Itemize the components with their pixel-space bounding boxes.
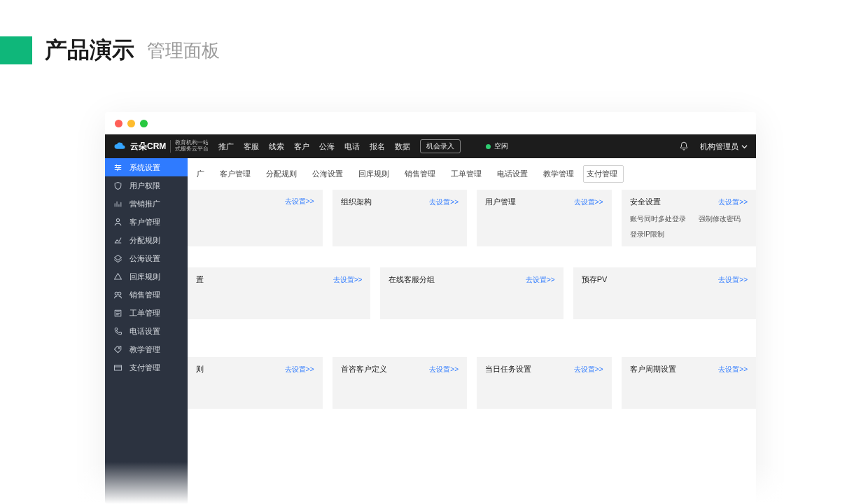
- logo-brand: 云朵CRM: [130, 141, 166, 153]
- sidebar-item-label: 分配规则: [130, 235, 160, 246]
- chart-icon: [113, 200, 122, 209]
- phone-icon: [113, 327, 122, 336]
- settings-card: 安全设置去设置>>账号同时多处登录强制修改密码登录IP限制: [622, 190, 757, 246]
- sub-tab[interactable]: 工单管理: [444, 165, 488, 183]
- go-settings-link[interactable]: 去设置>>: [718, 275, 748, 285]
- tabs-row: 广客户管理分配规则公海设置回库规则销售管理工单管理电话设置教学管理支付管理: [188, 158, 756, 190]
- sidebar-item-label: 销售管理: [130, 290, 160, 300]
- go-settings-link[interactable]: 去设置>>: [285, 197, 314, 206]
- nav-item[interactable]: 数据: [395, 141, 410, 152]
- return-icon: [113, 272, 122, 281]
- cloud-logo-icon: [113, 141, 126, 151]
- sidebar-item-label: 工单管理: [130, 308, 160, 318]
- status-dot-icon: [486, 144, 491, 149]
- main-content: 广客户管理分配规则公海设置回库规则销售管理工单管理电话设置教学管理支付管理 去设…: [188, 158, 756, 504]
- sidebar-item-label: 教学管理: [130, 344, 160, 355]
- user-icon: [113, 218, 122, 227]
- go-settings-link[interactable]: 去设置>>: [718, 197, 748, 207]
- status-label: 空闲: [494, 141, 508, 151]
- logo-area: 云朵CRM 教育机构一站 式服务云平台: [113, 140, 209, 153]
- sub-tab[interactable]: 分配规则: [260, 165, 303, 183]
- settings-card: 则去设置>>: [188, 357, 323, 409]
- nav-item[interactable]: 客服: [244, 141, 259, 152]
- chevron-down-icon: [741, 144, 748, 150]
- go-settings-link[interactable]: 去设置>>: [333, 275, 363, 285]
- sidebar-item-label: 支付管理: [130, 363, 160, 373]
- go-settings-link[interactable]: 去设置>>: [429, 197, 458, 207]
- bell-icon[interactable]: [679, 141, 689, 151]
- sidebar-item-label: 回库规则: [130, 272, 160, 282]
- settings-card: 客户周期设置去设置>>: [622, 357, 757, 409]
- maximize-dot-icon[interactable]: [140, 120, 148, 127]
- settings-card: 当日任务设置去设置>>: [477, 357, 612, 409]
- ticket-icon: [113, 309, 122, 318]
- page-subtitle: 管理面板: [147, 38, 220, 63]
- go-settings-link[interactable]: 去设置>>: [429, 365, 458, 374]
- card-item: 强制修改密码: [699, 214, 741, 224]
- card-title: 首咨客户定义: [341, 364, 387, 374]
- nav-item[interactable]: 线索: [269, 141, 284, 152]
- user-menu[interactable]: 机构管理员: [700, 141, 748, 152]
- go-settings-link[interactable]: 去设置>>: [574, 365, 603, 374]
- cards-container: 去设置>>组织架构去设置>>用户管理去设置>>安全设置去设置>>账号同时多处登录…: [188, 190, 756, 409]
- card-item: 登录IP限制: [630, 230, 664, 239]
- go-settings-link[interactable]: 去设置>>: [526, 275, 555, 285]
- tag-icon: [113, 345, 122, 354]
- sidebar-item[interactable]: 客户管理: [105, 213, 188, 231]
- go-settings-link[interactable]: 去设置>>: [574, 197, 603, 207]
- nav-item[interactable]: 推广: [218, 141, 234, 152]
- sub-tab[interactable]: 客户管理: [214, 165, 257, 183]
- settings-sliders-icon: [113, 163, 122, 172]
- minimize-dot-icon[interactable]: [127, 120, 135, 127]
- nav-item[interactable]: 报名: [370, 141, 385, 152]
- user-name: 机构管理员: [700, 141, 738, 152]
- sidebar-item[interactable]: 系统设置: [105, 158, 188, 176]
- go-settings-link[interactable]: 去设置>>: [718, 365, 748, 374]
- sidebar-item[interactable]: 用户权限: [105, 176, 188, 195]
- accent-block: [0, 36, 32, 64]
- sidebar-item[interactable]: 销售管理: [105, 286, 188, 304]
- sidebar-item-label: 营销推广: [130, 199, 160, 209]
- card-title: 在线客服分组: [388, 274, 435, 285]
- sub-tab[interactable]: 销售管理: [398, 165, 442, 183]
- sub-tab[interactable]: 广: [190, 165, 211, 183]
- sub-tab[interactable]: 回库规则: [352, 165, 396, 183]
- card-title: 置: [196, 274, 204, 285]
- card-title: 安全设置: [630, 197, 661, 207]
- sidebar-item[interactable]: 支付管理: [105, 358, 188, 377]
- sub-tab[interactable]: 教学管理: [537, 165, 580, 183]
- app-body: 系统设置用户权限营销推广客户管理分配规则公海设置回库规则销售管理工单管理电话设置…: [105, 158, 756, 504]
- sidebar-item[interactable]: 营销推广: [105, 195, 188, 213]
- sidebar-item[interactable]: 回库规则: [105, 267, 188, 286]
- card-items: 账号同时多处登录强制修改密码登录IP限制: [630, 214, 748, 239]
- app-header: 云朵CRM 教育机构一站 式服务云平台 推广客服线索客户公海电话报名数据 机会录…: [105, 134, 756, 158]
- nav-item[interactable]: 电话: [344, 141, 360, 152]
- go-settings-link[interactable]: 去设置>>: [285, 365, 314, 374]
- sidebar-item-label: 电话设置: [130, 326, 160, 337]
- sub-tab[interactable]: 电话设置: [491, 165, 534, 183]
- sidebar-item-label: 系统设置: [130, 162, 160, 173]
- sidebar-item[interactable]: 公海设置: [105, 249, 188, 267]
- sidebar-item[interactable]: 电话设置: [105, 322, 188, 340]
- sidebar-item[interactable]: 教学管理: [105, 340, 188, 358]
- nav-item[interactable]: 公海: [319, 141, 335, 152]
- close-dot-icon[interactable]: [115, 120, 122, 127]
- window-titlebar: [105, 112, 756, 134]
- nav-item[interactable]: 客户: [294, 141, 309, 152]
- sales-icon: [113, 290, 122, 300]
- sidebar-item-label: 用户权限: [130, 181, 160, 191]
- cards-row: 置去设置>>在线客服分组去设置>>预存PV去设置>>: [188, 267, 756, 319]
- sub-tab[interactable]: 公海设置: [306, 165, 349, 183]
- sub-tab[interactable]: 支付管理: [583, 165, 624, 183]
- logo-tagline: 教育机构一站 式服务云平台: [170, 140, 209, 153]
- settings-card: 用户管理去设置>>: [477, 190, 612, 246]
- settings-card: 首咨客户定义去设置>>: [332, 357, 468, 409]
- record-entry-button[interactable]: 机会录入: [420, 139, 461, 153]
- card-icon: [113, 363, 122, 372]
- card-title: 预存PV: [582, 274, 608, 285]
- sidebar-item[interactable]: 分配规则: [105, 231, 188, 249]
- card-title: 客户周期设置: [630, 364, 676, 374]
- app-window: 云朵CRM 教育机构一站 式服务云平台 推广客服线索客户公海电话报名数据 机会录…: [105, 112, 756, 504]
- cards-row: 去设置>>组织架构去设置>>用户管理去设置>>安全设置去设置>>账号同时多处登录…: [188, 190, 756, 246]
- sidebar-item[interactable]: 工单管理: [105, 304, 188, 322]
